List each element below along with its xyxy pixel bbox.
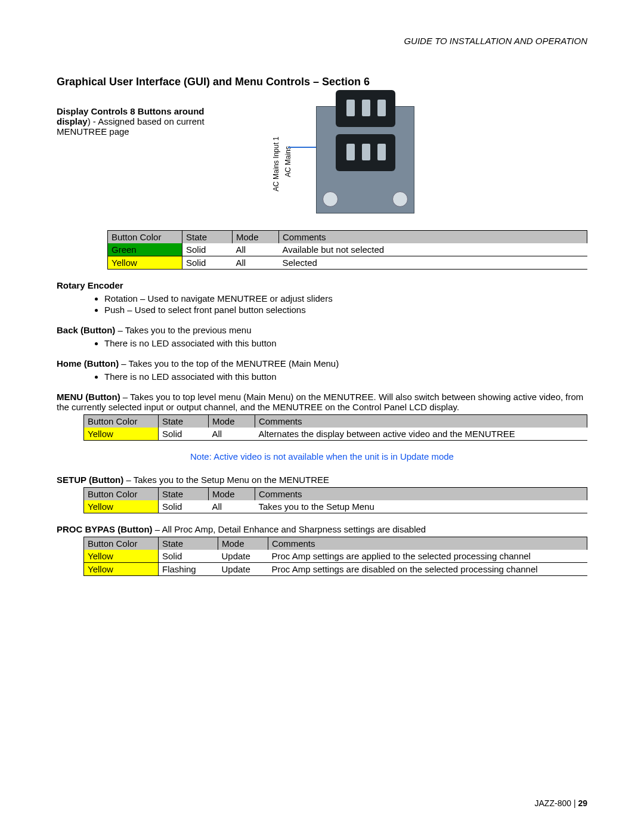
proc-rest: – All Proc Amp, Detail Enhance and Sharp…: [153, 524, 426, 534]
table-setup-button: Button Color State Mode Comments Yellow …: [83, 487, 587, 513]
cell-mode: All: [233, 243, 279, 256]
fig-label-1: AC Mains Input 1: [272, 137, 280, 191]
list-item: There is no LED associated with this but…: [104, 337, 587, 349]
cell-color: Yellow: [84, 428, 159, 441]
footer: JAZZ-800 | 29: [535, 798, 587, 808]
home-label: Home (Button): [57, 358, 119, 368]
th-comments: Comments: [255, 488, 587, 501]
doc-header: GUIDE TO INSTALLATION AND OPERATION: [57, 36, 587, 46]
cell-state: Solid: [182, 243, 233, 256]
cell-state: Solid: [159, 428, 209, 441]
table-proc-bypass: Button Color State Mode Comments Yellow …: [83, 537, 587, 576]
th-state: State: [159, 537, 218, 550]
list-item: There is no LED associated with this but…: [104, 371, 587, 382]
th-state: State: [182, 231, 233, 244]
cell-comment: Proc Amp settings are applied to the sel…: [268, 550, 587, 563]
table-row: Green Solid All Available but not select…: [108, 243, 587, 256]
table-row: Yellow Solid All Takes you to the Setup …: [84, 500, 587, 513]
th-comments: Comments: [255, 415, 587, 428]
back-rest: – Takes you to the previous menu: [115, 325, 251, 335]
table-row: Yellow Flashing Update Proc Amp settings…: [84, 563, 587, 576]
footer-model: JAZZ-800: [535, 798, 571, 808]
table-menu-button: Button Color State Mode Comments Yellow …: [83, 414, 587, 441]
table-header-row: Button Color State Mode Comments: [84, 537, 587, 550]
footer-sep: |: [571, 798, 578, 808]
th-mode: Mode: [209, 488, 255, 501]
cell-mode: All: [209, 428, 255, 441]
note-text: Note: Active video is not available when…: [57, 451, 587, 462]
table-display-controls: Button Color State Mode Comments Green S…: [107, 230, 587, 270]
th-mode: Mode: [209, 415, 255, 428]
intro-text: Display Controls 8 Buttons around displa…: [57, 106, 242, 137]
cell-color: Yellow: [84, 500, 159, 513]
rotary-list: Rotation – Used to navigate MENUTREE or …: [104, 293, 587, 315]
cell-color: Yellow: [84, 563, 159, 576]
socket-top: [336, 90, 395, 127]
table-row: Yellow Solid All Alternates the display …: [84, 428, 587, 441]
list-item: Push – Used to select front panel button…: [104, 304, 587, 315]
table-header-row: Button Color State Mode Comments: [84, 415, 587, 428]
ac-mains-figure: AC Mains Input 1 AC Mains: [259, 106, 432, 213]
cell-color: Yellow: [84, 550, 159, 563]
table-row: Yellow Solid Update Proc Amp settings ar…: [84, 550, 587, 563]
table-header-row: Button Color State Mode Comments: [84, 488, 587, 501]
cell-comment: Proc Amp settings are disabled on the se…: [268, 563, 587, 576]
cell-comment: Selected: [279, 256, 587, 270]
list-item: Rotation – Used to navigate MENUTREE or …: [104, 293, 587, 304]
cell-state: Flashing: [159, 563, 218, 576]
rotary-label: Rotary Encoder: [57, 280, 123, 290]
th-color: Button Color: [84, 415, 159, 428]
proc-label: PROC BYPAS (Button): [57, 524, 153, 534]
menu-rest: – Takes you to top level menu (Main Menu…: [57, 392, 583, 412]
cell-mode: All: [233, 256, 279, 270]
page-title: Graphical User Interface (GUI) and Menu …: [57, 76, 587, 88]
th-color: Button Color: [108, 231, 182, 244]
th-state: State: [159, 415, 209, 428]
table-row: Yellow Solid All Selected: [108, 256, 587, 270]
th-state: State: [159, 488, 209, 501]
th-comments: Comments: [279, 231, 587, 244]
cell-state: Solid: [159, 550, 218, 563]
cell-comment: Available but not selected: [279, 243, 587, 256]
th-mode: Mode: [218, 537, 268, 550]
setup-rest: – Takes you to the Setup Menu on the MEN…: [123, 475, 329, 485]
cell-comment: Takes you to the Setup Menu: [255, 500, 587, 513]
cell-mode: Update: [218, 563, 268, 576]
back-label: Back (Button): [57, 325, 115, 335]
socket-panel: [316, 106, 414, 213]
screw-icon: [392, 191, 408, 207]
back-list: There is no LED associated with this but…: [104, 337, 587, 349]
footer-page: 29: [578, 798, 587, 808]
screw-icon: [323, 191, 338, 207]
fig-label-2: AC Mains: [284, 146, 292, 177]
cell-mode: All: [209, 500, 255, 513]
table-header-row: Button Color State Mode Comments: [108, 231, 587, 244]
th-color: Button Color: [84, 537, 159, 550]
home-list: There is no LED associated with this but…: [104, 371, 587, 382]
menu-label: MENU (Button): [57, 392, 120, 402]
intro-row: Display Controls 8 Buttons around displa…: [57, 106, 587, 213]
socket-bottom: [336, 134, 395, 171]
th-comments: Comments: [268, 537, 587, 550]
cell-color: Yellow: [108, 256, 182, 270]
cell-state: Solid: [159, 500, 209, 513]
cell-mode: Update: [218, 550, 268, 563]
setup-label: SETUP (Button): [57, 475, 123, 485]
cell-comment: Alternates the display between active vi…: [255, 428, 587, 441]
cell-state: Solid: [182, 256, 233, 270]
th-color: Button Color: [84, 488, 159, 501]
cell-color: Green: [108, 243, 182, 256]
home-rest: – Takes you to the top of the MENUTREE (…: [119, 358, 339, 368]
th-mode: Mode: [233, 231, 279, 244]
